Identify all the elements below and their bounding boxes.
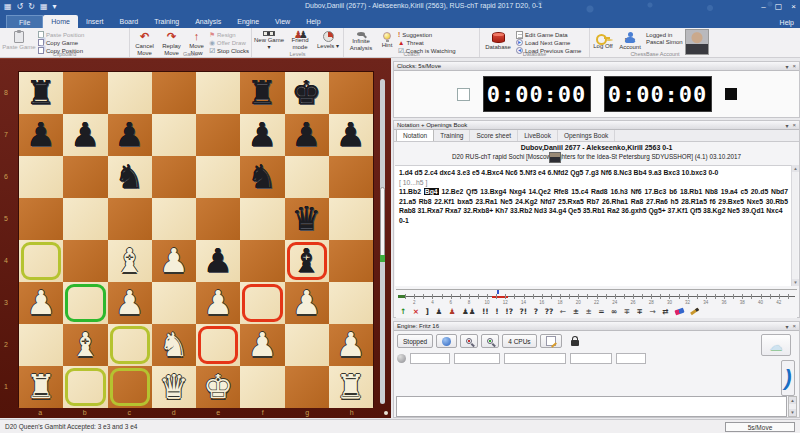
- board-square-f7[interactable]: ♟: [240, 114, 284, 156]
- board-square-f4[interactable]: [240, 240, 284, 282]
- board-square-f2[interactable]: ♟: [240, 324, 284, 366]
- board-square-f5[interactable]: [240, 198, 284, 240]
- board-square-f8[interactable]: ♜: [240, 72, 284, 114]
- board-square-h8[interactable]: [329, 72, 373, 114]
- engine-expand-button[interactable]: ): [781, 360, 795, 396]
- panel-menu-icon[interactable]: ▾: [785, 323, 788, 330]
- board-square-c3[interactable]: ♟: [108, 282, 152, 324]
- board-square-e2[interactable]: [196, 324, 240, 366]
- white-pawn-e3[interactable]: ♟: [203, 282, 233, 324]
- ribbon-tab-board[interactable]: Board: [111, 15, 146, 28]
- board-square-e5[interactable]: [196, 198, 240, 240]
- board-square-d5[interactable]: [152, 198, 196, 240]
- annotation-symbol-14[interactable]: ±: [585, 307, 591, 316]
- black-pawn-e4[interactable]: ♟: [203, 240, 233, 282]
- board-square-c7[interactable]: ♟: [108, 114, 152, 156]
- engine-stopped-button[interactable]: Stopped: [397, 334, 433, 348]
- white-pawn-a3[interactable]: ♟: [26, 282, 56, 324]
- annotation-symbol-17[interactable]: ∓: [624, 307, 630, 316]
- load-next-game-button[interactable]: ▸Load Next Game: [516, 39, 581, 46]
- annotation-symbol-2[interactable]: ]: [426, 307, 429, 316]
- black-pawn-b7[interactable]: ♟: [71, 114, 101, 156]
- board-square-d1[interactable]: ♛: [152, 366, 196, 408]
- cancel-move-button[interactable]: ↶ Cancel Move: [132, 29, 157, 50]
- board-square-g3[interactable]: ♟: [285, 282, 329, 324]
- board-square-f3[interactable]: [240, 282, 284, 324]
- annotation-symbol-3[interactable]: ♟: [436, 307, 443, 316]
- board-square-b7[interactable]: ♟: [63, 114, 107, 156]
- new-game-button[interactable]: New Game ▾: [254, 29, 284, 50]
- black-bishop-g4[interactable]: ♝: [292, 240, 322, 282]
- scroll-up-icon[interactable]: ▲: [789, 397, 796, 404]
- redo-icon[interactable]: ↻: [28, 1, 35, 13]
- black-rook-f8[interactable]: ♜: [248, 72, 278, 114]
- black-knight-c6[interactable]: ♞: [115, 156, 145, 198]
- threat-button[interactable]: ▲Threat: [398, 39, 456, 46]
- ribbon-tab-file[interactable]: File: [6, 15, 43, 28]
- black-pawn-h7[interactable]: ♟: [336, 114, 366, 156]
- board-square-d4[interactable]: ♟: [152, 240, 196, 282]
- white-rook-h1[interactable]: ♜: [336, 366, 366, 408]
- annotation-symbol-5[interactable]: ♟♟: [462, 307, 475, 316]
- board-square-e7[interactable]: [196, 114, 240, 156]
- ribbon-tab-analysis[interactable]: Analysis: [187, 15, 229, 28]
- white-pawn-d4[interactable]: ♟: [159, 240, 189, 282]
- board-square-a5[interactable]: [19, 198, 63, 240]
- cpu-count-button[interactable]: 4 CPUs: [502, 334, 536, 348]
- moves-scrollbar[interactable]: ▲ ▼: [791, 165, 798, 286]
- annotation-symbol-16[interactable]: ∞: [611, 307, 617, 316]
- undo-icon[interactable]: ↺: [17, 1, 24, 13]
- board-square-h6[interactable]: [329, 156, 373, 198]
- ribbon-tab-training[interactable]: Training: [146, 15, 187, 28]
- board-square-c6[interactable]: ♞: [108, 156, 152, 198]
- white-pawn-c3[interactable]: ♟: [115, 282, 145, 324]
- black-rook-a8[interactable]: ♜: [26, 72, 56, 114]
- board-square-f1[interactable]: [240, 366, 284, 408]
- notation-tab-livebook[interactable]: LiveBook: [518, 130, 558, 141]
- board-square-e4[interactable]: ♟: [196, 240, 240, 282]
- board-square-a4[interactable]: [19, 240, 63, 282]
- maximize-button[interactable]: ▢: [775, 1, 783, 13]
- lock-icon[interactable]: [571, 340, 579, 346]
- board-square-d8[interactable]: [152, 72, 196, 114]
- paste-position-button[interactable]: Paste Position: [38, 31, 84, 38]
- annotation-symbol-9[interactable]: ?!: [520, 307, 528, 316]
- notation-tab-openings-book[interactable]: Openings Book: [558, 130, 615, 141]
- board-square-d2[interactable]: ♞: [152, 324, 196, 366]
- board-square-b1[interactable]: [63, 366, 107, 408]
- levels-button[interactable]: Levels ▾: [316, 29, 340, 50]
- annotation-symbol-7[interactable]: !: [495, 307, 498, 316]
- board-square-b2[interactable]: ♝: [63, 324, 107, 366]
- analysis-increase-button[interactable]: [481, 334, 499, 348]
- board-square-a8[interactable]: ♜: [19, 72, 63, 114]
- notation-tab-score-sheet[interactable]: Score sheet: [470, 130, 518, 141]
- scroll-down-icon[interactable]: ▼: [789, 409, 796, 416]
- board-square-g4[interactable]: ♝: [285, 240, 329, 282]
- board-square-a1[interactable]: ♜: [19, 366, 63, 408]
- replay-move-button[interactable]: ↷ Replay Move: [159, 29, 184, 50]
- panel-menu-icon[interactable]: ▾: [785, 63, 788, 70]
- board-square-a3[interactable]: ♟: [19, 282, 63, 324]
- board-square-d3[interactable]: [152, 282, 196, 324]
- white-bishop-b2[interactable]: ♝: [71, 324, 101, 366]
- chess-board[interactable]: ♜♜♚♟♟♟♟♟♟♞♞♛♝♟♟♝♟♟♟♟♝♞♟♟♜♛♚♜: [18, 71, 374, 407]
- board-square-d7[interactable]: [152, 114, 196, 156]
- board-square-b6[interactable]: [63, 156, 107, 198]
- annotation-symbol-11[interactable]: ??: [545, 307, 554, 316]
- board-square-e8[interactable]: [196, 72, 240, 114]
- panel-close-icon[interactable]: ×: [792, 122, 796, 129]
- annotation-symbol-6[interactable]: !!: [482, 307, 489, 316]
- black-pawn-g7[interactable]: ♟: [292, 114, 322, 156]
- board-square-a2[interactable]: [19, 324, 63, 366]
- board-square-g8[interactable]: ♚: [285, 72, 329, 114]
- board-square-b5[interactable]: [63, 198, 107, 240]
- pencil-icon[interactable]: [691, 308, 700, 315]
- annotation-symbol-8[interactable]: !?: [505, 307, 513, 316]
- board-window-icon[interactable]: ▦: [4, 1, 12, 13]
- edit-game-data-button[interactable]: Edit Game Data: [516, 31, 581, 38]
- clocks-panel-header[interactable]: Clocks: 5s/Move ▾×: [394, 62, 799, 71]
- board-resize-handle[interactable]: [384, 411, 388, 415]
- database-button[interactable]: Database: [482, 29, 514, 50]
- board-square-h4[interactable]: [329, 240, 373, 282]
- board-square-h1[interactable]: ♜: [329, 366, 373, 408]
